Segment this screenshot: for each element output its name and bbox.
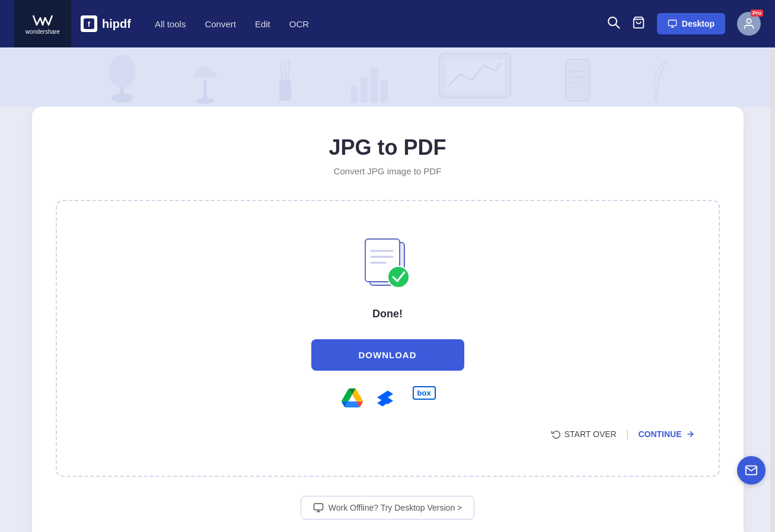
continue-label: CONTINUE — [638, 429, 681, 439]
box-icon[interactable]: box — [413, 387, 434, 409]
pro-badge: Pro — [751, 9, 763, 17]
search-icon[interactable] — [607, 16, 620, 32]
svg-rect-12 — [203, 80, 207, 101]
svg-rect-18 — [350, 86, 358, 103]
page-title: JPG to PDF — [56, 135, 720, 160]
box-logo-text: box — [413, 386, 436, 400]
svg-point-8 — [747, 19, 751, 23]
bottom-actions: START OVER | CONTINUE — [81, 428, 695, 440]
cloud-storage-icons: box — [342, 387, 434, 409]
svg-text:f: f — [88, 20, 91, 28]
cart-icon[interactable] — [632, 16, 645, 32]
main-card: JPG to PDF Convert JPG image to PDF — [32, 107, 744, 532]
action-divider: | — [626, 428, 629, 440]
nav-right: Desktop Pro — [607, 12, 761, 36]
nav-convert[interactable]: Convert — [205, 19, 236, 29]
done-label: Done! — [372, 308, 403, 320]
svg-point-11 — [109, 55, 135, 88]
svg-rect-36 — [314, 504, 323, 510]
promo-text: Work Offline? Try Desktop Version > — [329, 503, 463, 512]
hipdf-brand[interactable]: f hipdf — [81, 15, 131, 32]
desktop-promo-button[interactable]: Work Offline? Try Desktop Version > — [301, 496, 475, 520]
svg-rect-21 — [381, 80, 388, 103]
svg-rect-5 — [668, 20, 676, 26]
wondershare-label: wondershare — [25, 28, 60, 35]
nav-all-tools[interactable]: All tools — [155, 19, 186, 29]
navbar: wondershare f hipdf All tools Convert Ed… — [0, 0, 775, 47]
dropbox-icon[interactable] — [377, 387, 398, 409]
svg-point-13 — [196, 98, 214, 104]
success-illustration — [362, 237, 414, 296]
user-avatar-container[interactable]: Pro — [737, 12, 761, 36]
desktop-promo-section: Work Offline? Try Desktop Version > — [56, 496, 720, 520]
svg-rect-19 — [361, 77, 368, 103]
svg-point-34 — [388, 266, 409, 288]
scrollbar-track[interactable] — [770, 0, 775, 532]
svg-point-2 — [608, 17, 617, 26]
start-over-button[interactable]: START OVER — [551, 429, 617, 439]
svg-line-3 — [615, 24, 620, 28]
svg-rect-24 — [566, 59, 589, 101]
hipdf-name-label: hipdf — [102, 17, 131, 31]
hipdf-logo-icon: f — [81, 15, 97, 32]
download-button[interactable]: DOWNLOAD — [311, 339, 464, 371]
start-over-label: START OVER — [564, 429, 617, 439]
google-drive-icon[interactable] — [342, 387, 363, 409]
result-area: Done! DOWNLOAD — [56, 200, 720, 477]
svg-rect-20 — [371, 68, 378, 103]
nav-edit[interactable]: Edit — [255, 19, 270, 29]
desktop-button[interactable]: Desktop — [657, 13, 725, 34]
nav-links: All tools Convert Edit OCR — [155, 19, 607, 29]
nav-ocr[interactable]: OCR — [289, 19, 309, 29]
svg-rect-14 — [279, 80, 291, 101]
decorative-banner — [0, 47, 775, 107]
email-float-button[interactable] — [737, 456, 766, 485]
desktop-btn-label: Desktop — [682, 19, 715, 28]
wondershare-brand[interactable]: wondershare — [14, 0, 71, 47]
main-content: JPG to PDF Convert JPG image to PDF — [0, 107, 775, 532]
svg-line-16 — [288, 59, 289, 80]
svg-line-17 — [281, 61, 282, 80]
continue-button[interactable]: CONTINUE — [638, 429, 694, 439]
page-subtitle: Convert JPG image to PDF — [56, 166, 720, 176]
